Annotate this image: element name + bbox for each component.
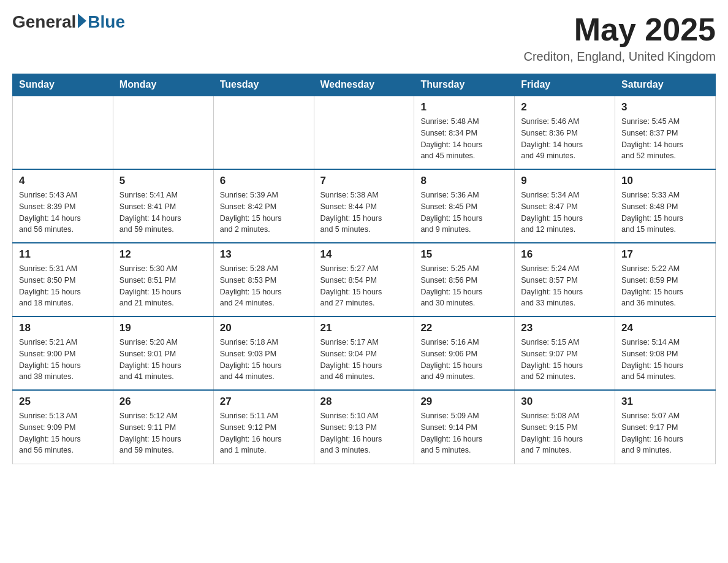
calendar-cell — [314, 96, 414, 169]
day-info: Sunrise: 5:07 AMSunset: 9:17 PMDaylight:… — [621, 410, 709, 456]
day-number: 18 — [19, 322, 107, 334]
day-info: Sunrise: 5:31 AMSunset: 8:50 PMDaylight:… — [19, 263, 107, 309]
day-number: 1 — [420, 101, 508, 113]
day-info: Sunrise: 5:20 AMSunset: 9:01 PMDaylight:… — [119, 337, 207, 383]
day-number: 12 — [119, 248, 207, 261]
col-wednesday: Wednesday — [314, 74, 414, 96]
month-title: May 2025 — [523, 12, 716, 47]
week-row-2: 4Sunrise: 5:43 AMSunset: 8:39 PMDaylight… — [13, 169, 716, 243]
day-info: Sunrise: 5:28 AMSunset: 8:53 PMDaylight:… — [220, 263, 308, 309]
logo: General Blue — [12, 12, 125, 32]
calendar-cell: 7Sunrise: 5:38 AMSunset: 8:44 PMDaylight… — [314, 169, 414, 243]
day-number: 8 — [420, 175, 508, 187]
day-info: Sunrise: 5:27 AMSunset: 8:54 PMDaylight:… — [320, 263, 408, 309]
day-number: 24 — [621, 322, 709, 334]
day-number: 13 — [220, 248, 308, 261]
col-friday: Friday — [515, 74, 615, 96]
day-number: 2 — [521, 101, 609, 113]
day-info: Sunrise: 5:09 AMSunset: 9:14 PMDaylight:… — [420, 410, 508, 456]
calendar-cell: 14Sunrise: 5:27 AMSunset: 8:54 PMDayligh… — [314, 243, 414, 316]
calendar-cell: 18Sunrise: 5:21 AMSunset: 9:00 PMDayligh… — [13, 316, 113, 390]
logo-blue-text: Blue — [88, 12, 125, 32]
day-number: 17 — [621, 248, 709, 261]
calendar-cell: 16Sunrise: 5:24 AMSunset: 8:57 PMDayligh… — [515, 243, 615, 316]
calendar-cell: 3Sunrise: 5:45 AMSunset: 8:37 PMDaylight… — [615, 96, 716, 169]
title-section: May 2025 Crediton, England, United Kingd… — [523, 12, 716, 64]
week-row-5: 25Sunrise: 5:13 AMSunset: 9:09 PMDayligh… — [13, 390, 716, 464]
col-saturday: Saturday — [615, 74, 716, 96]
day-info: Sunrise: 5:41 AMSunset: 8:41 PMDaylight:… — [119, 190, 207, 236]
day-info: Sunrise: 5:30 AMSunset: 8:51 PMDaylight:… — [119, 263, 207, 309]
page-header: General Blue May 2025 Crediton, England,… — [12, 12, 716, 64]
week-row-4: 18Sunrise: 5:21 AMSunset: 9:00 PMDayligh… — [13, 316, 716, 390]
day-info: Sunrise: 5:24 AMSunset: 8:57 PMDaylight:… — [521, 263, 609, 309]
calendar-cell — [13, 96, 113, 169]
calendar-cell: 6Sunrise: 5:39 AMSunset: 8:42 PMDaylight… — [213, 169, 314, 243]
col-monday: Monday — [113, 74, 213, 96]
col-sunday: Sunday — [13, 74, 113, 96]
calendar-cell: 17Sunrise: 5:22 AMSunset: 8:59 PMDayligh… — [615, 243, 716, 316]
day-number: 22 — [420, 322, 508, 334]
day-info: Sunrise: 5:25 AMSunset: 8:56 PMDaylight:… — [420, 263, 508, 309]
week-row-1: 1Sunrise: 5:48 AMSunset: 8:34 PMDaylight… — [13, 96, 716, 169]
day-number: 25 — [19, 396, 107, 408]
day-info: Sunrise: 5:48 AMSunset: 8:34 PMDaylight:… — [420, 116, 508, 162]
day-info: Sunrise: 5:18 AMSunset: 9:03 PMDaylight:… — [220, 337, 308, 383]
day-info: Sunrise: 5:17 AMSunset: 9:04 PMDaylight:… — [320, 337, 408, 383]
calendar-header-row: Sunday Monday Tuesday Wednesday Thursday… — [13, 74, 716, 96]
day-number: 5 — [119, 175, 207, 187]
day-number: 4 — [19, 175, 107, 187]
day-number: 31 — [621, 396, 709, 408]
day-number: 19 — [119, 322, 207, 334]
calendar-cell: 8Sunrise: 5:36 AMSunset: 8:45 PMDaylight… — [414, 169, 515, 243]
calendar-cell: 4Sunrise: 5:43 AMSunset: 8:39 PMDaylight… — [13, 169, 113, 243]
calendar-cell: 29Sunrise: 5:09 AMSunset: 9:14 PMDayligh… — [414, 390, 515, 464]
day-info: Sunrise: 5:22 AMSunset: 8:59 PMDaylight:… — [621, 263, 709, 309]
calendar-cell: 2Sunrise: 5:46 AMSunset: 8:36 PMDaylight… — [515, 96, 615, 169]
calendar-cell: 5Sunrise: 5:41 AMSunset: 8:41 PMDaylight… — [113, 169, 213, 243]
calendar-cell: 9Sunrise: 5:34 AMSunset: 8:47 PMDaylight… — [515, 169, 615, 243]
logo-arrow-icon — [78, 13, 86, 28]
col-tuesday: Tuesday — [213, 74, 314, 96]
day-info: Sunrise: 5:45 AMSunset: 8:37 PMDaylight:… — [621, 116, 709, 162]
day-number: 6 — [220, 175, 308, 187]
day-number: 16 — [521, 248, 609, 261]
day-info: Sunrise: 5:34 AMSunset: 8:47 PMDaylight:… — [521, 190, 609, 236]
day-info: Sunrise: 5:43 AMSunset: 8:39 PMDaylight:… — [19, 190, 107, 236]
day-info: Sunrise: 5:39 AMSunset: 8:42 PMDaylight:… — [220, 190, 308, 236]
day-number: 23 — [521, 322, 609, 334]
day-info: Sunrise: 5:10 AMSunset: 9:13 PMDaylight:… — [320, 410, 408, 456]
col-thursday: Thursday — [414, 74, 515, 96]
calendar-cell: 22Sunrise: 5:16 AMSunset: 9:06 PMDayligh… — [414, 316, 515, 390]
day-info: Sunrise: 5:16 AMSunset: 9:06 PMDaylight:… — [420, 337, 508, 383]
calendar-cell: 26Sunrise: 5:12 AMSunset: 9:11 PMDayligh… — [113, 390, 213, 464]
calendar-cell: 27Sunrise: 5:11 AMSunset: 9:12 PMDayligh… — [213, 390, 314, 464]
logo-general-text: General — [12, 12, 76, 32]
calendar-table: Sunday Monday Tuesday Wednesday Thursday… — [12, 74, 716, 464]
week-row-3: 11Sunrise: 5:31 AMSunset: 8:50 PMDayligh… — [13, 243, 716, 316]
calendar-cell: 19Sunrise: 5:20 AMSunset: 9:01 PMDayligh… — [113, 316, 213, 390]
day-number: 7 — [320, 175, 408, 187]
day-number: 11 — [19, 248, 107, 261]
calendar-cell: 21Sunrise: 5:17 AMSunset: 9:04 PMDayligh… — [314, 316, 414, 390]
day-number: 10 — [621, 175, 709, 187]
day-number: 9 — [521, 175, 609, 187]
day-number: 30 — [521, 396, 609, 408]
day-info: Sunrise: 5:11 AMSunset: 9:12 PMDaylight:… — [220, 410, 308, 456]
day-info: Sunrise: 5:14 AMSunset: 9:08 PMDaylight:… — [621, 337, 709, 383]
calendar-cell: 30Sunrise: 5:08 AMSunset: 9:15 PMDayligh… — [515, 390, 615, 464]
calendar-cell: 15Sunrise: 5:25 AMSunset: 8:56 PMDayligh… — [414, 243, 515, 316]
calendar-cell: 28Sunrise: 5:10 AMSunset: 9:13 PMDayligh… — [314, 390, 414, 464]
calendar-cell: 23Sunrise: 5:15 AMSunset: 9:07 PMDayligh… — [515, 316, 615, 390]
day-info: Sunrise: 5:36 AMSunset: 8:45 PMDaylight:… — [420, 190, 508, 236]
day-info: Sunrise: 5:12 AMSunset: 9:11 PMDaylight:… — [119, 410, 207, 456]
calendar-cell — [113, 96, 213, 169]
day-number: 27 — [220, 396, 308, 408]
calendar-cell: 10Sunrise: 5:33 AMSunset: 8:48 PMDayligh… — [615, 169, 716, 243]
day-number: 21 — [320, 322, 408, 334]
day-number: 28 — [320, 396, 408, 408]
day-info: Sunrise: 5:08 AMSunset: 9:15 PMDaylight:… — [521, 410, 609, 456]
day-number: 26 — [119, 396, 207, 408]
day-number: 15 — [420, 248, 508, 261]
calendar-cell: 25Sunrise: 5:13 AMSunset: 9:09 PMDayligh… — [13, 390, 113, 464]
